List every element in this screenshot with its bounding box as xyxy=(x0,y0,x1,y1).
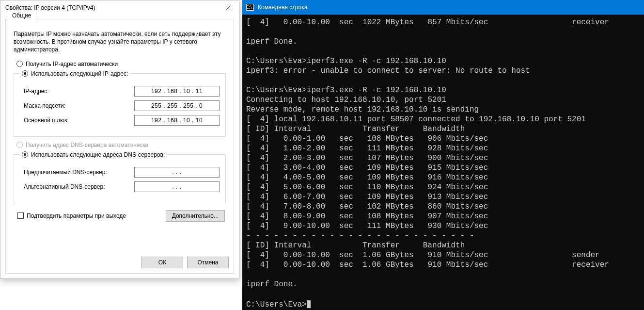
subnet-mask-input[interactable]: 255 . 255 . 255 . 0 xyxy=(134,100,220,111)
dns2-label: Альтернативный DNS-сервер: xyxy=(20,183,105,190)
dns1-input[interactable]: . . . xyxy=(134,167,220,178)
advanced-button[interactable]: Дополнительно... xyxy=(166,210,225,222)
dialog-footer: ОК Отмена xyxy=(141,257,229,268)
confirm-checkbox[interactable] xyxy=(17,212,24,219)
gateway-label: Основной шлюз: xyxy=(20,117,69,124)
radio-auto-ip-label: Получить IP-адрес автоматически xyxy=(26,61,118,67)
subnet-mask-label: Маска подсети: xyxy=(20,102,65,109)
cmd-title: Командная строка xyxy=(258,4,307,11)
ip-address-label: IP-адрес: xyxy=(20,88,49,95)
radio-icon xyxy=(16,61,23,67)
cmd-icon: C:\. xyxy=(246,4,254,11)
radio-auto-ip[interactable]: Получить IP-адрес автоматически xyxy=(16,61,226,67)
dns2-input[interactable]: . . . xyxy=(134,181,220,192)
cmd-output[interactable]: [ 4] 0.00-10.00 sec 1022 MBytes 857 Mbit… xyxy=(242,15,644,310)
dns1-label: Предпочитаемый DNS-сервер: xyxy=(20,169,107,176)
radio-manual-ip-label: Использовать следующий IP-адрес: xyxy=(31,70,128,77)
radio-manual-dns-label: Использовать следующие адреса DNS-сервер… xyxy=(31,151,165,158)
radio-auto-dns: Получить адрес DNS-сервера автоматически xyxy=(16,142,226,148)
close-button[interactable] xyxy=(218,1,239,15)
dialog-inner: Параметры IP можно назначать автоматичес… xyxy=(6,19,234,228)
tab-general[interactable]: Общие xyxy=(7,10,36,22)
close-icon xyxy=(226,5,231,10)
cancel-button[interactable]: Отмена xyxy=(187,257,229,268)
ip-address-input[interactable]: 192 . 168 . 10 . 11 xyxy=(134,86,220,97)
command-prompt-window: C:\. Командная строка [ 4] 0.00-10.00 se… xyxy=(242,0,644,310)
radio-icon xyxy=(22,151,28,158)
radio-manual-dns[interactable]: Использовать следующие адреса DNS-сервер… xyxy=(20,151,167,158)
dns-group: Использовать следующие адреса DNS-сервер… xyxy=(14,151,226,203)
description-text: Параметры IP можно назначать автоматичес… xyxy=(14,30,226,54)
radio-icon xyxy=(22,70,28,77)
dialog-body: Общие Параметры IP можно назначать автом… xyxy=(5,19,234,274)
ipv4-properties-dialog: Свойства: IP версии 4 (TCP/IPv4) Общие П… xyxy=(0,0,239,279)
radio-manual-ip[interactable]: Использовать следующий IP-адрес: xyxy=(20,70,130,77)
ok-button[interactable]: ОК xyxy=(141,257,183,268)
confirm-checkbox-label: Подтвердить параметры при выходе xyxy=(27,212,126,219)
radio-icon xyxy=(16,142,23,148)
ip-group: Использовать следующий IP-адрес: IP-адре… xyxy=(14,70,226,137)
cursor xyxy=(307,300,311,308)
cmd-titlebar: C:\. Командная строка xyxy=(242,0,644,15)
radio-auto-dns-label: Получить адрес DNS-сервера автоматически xyxy=(26,142,148,148)
tab-strip: Общие xyxy=(7,18,36,31)
gateway-input[interactable]: 192 . 168 . 10 . 10 xyxy=(134,115,220,126)
